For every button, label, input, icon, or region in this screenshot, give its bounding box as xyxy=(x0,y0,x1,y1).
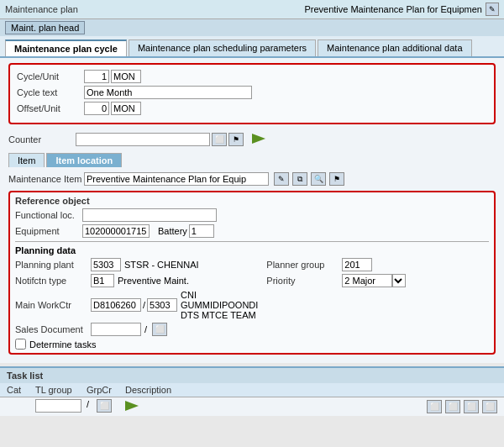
maint-flag-icon[interactable]: ⚑ xyxy=(329,172,344,186)
col-cat: Cat xyxy=(7,385,30,395)
offset-unit-input[interactable] xyxy=(84,102,109,115)
functional-loc-input[interactable] xyxy=(82,208,217,222)
maintenance-plan-value: Preventive Maintenance Plan for Equipmen xyxy=(304,4,482,14)
cycle-section: Cycle/Unit MON Cycle text Offset/Unit MO… xyxy=(8,63,496,124)
tab-cycle[interactable]: Maintenance plan cycle xyxy=(5,39,127,56)
top-bar-right: Preventive Maintenance Plan for Equipmen… xyxy=(304,3,499,16)
maintenance-item-icons: ✎ ⧉ 🔍 ⚑ xyxy=(272,172,344,186)
sales-doc-icon[interactable]: ⬜ xyxy=(152,323,167,336)
cycle-unit-unit: MON xyxy=(111,70,141,83)
planning-plant-row: Planning plant STSR - CHENNAI xyxy=(15,258,258,271)
cycle-text-label: Cycle text xyxy=(17,87,84,97)
edit-icon[interactable]: ✎ xyxy=(486,3,499,16)
priority-dropdown[interactable]: ▼ xyxy=(392,274,406,287)
determine-tasks-row: Determine tasks xyxy=(15,339,258,350)
tab-item[interactable]: Item xyxy=(8,153,45,167)
ref-obj-title: Reference object xyxy=(15,196,489,206)
planning-plant-name: STSR - CHENNAI xyxy=(124,260,199,270)
priority-label: Priority xyxy=(266,276,342,286)
maintenance-plan-label: Maintenance plan xyxy=(5,4,78,14)
counter-input[interactable] xyxy=(76,133,210,146)
maintenance-item-row: Maintenance Item Preventive Maintenance … xyxy=(8,172,496,186)
item-tabs-row: Item Item location xyxy=(8,153,496,167)
planner-group-label: Planner group xyxy=(266,260,342,270)
equipment-label: Equipment xyxy=(15,226,82,236)
maintenance-item-value: Preventive Maintenance Plan for Equip xyxy=(84,172,269,186)
tab-scheduling[interactable]: Maintenance plan scheduling parameters xyxy=(129,39,316,56)
task-data-row: / ⬜ ⬜ ⬜ ⬜ ⬜ xyxy=(0,397,504,416)
planning-col-right: Planner group Priority ▼ xyxy=(266,258,489,350)
col-tl-group: TL group xyxy=(35,385,81,395)
main-workctr-row: Main WorkCtr / CNI GUMMIDIPOONDI DTS MTC… xyxy=(15,290,258,320)
task-icon-4[interactable]: ⬜ xyxy=(482,400,497,413)
task-row-icons: ⬜ ⬜ ⬜ ⬜ xyxy=(425,399,497,414)
col-grpcr: GrpCr xyxy=(87,385,120,395)
planning-plant-label: Planning plant xyxy=(15,260,91,270)
col-description: Description xyxy=(125,385,226,395)
ref-obj-planning-section: Reference object Functional loc. Equipme… xyxy=(8,191,496,355)
main-workctr-label: Main WorkCtr xyxy=(15,300,91,310)
maint-edit-icon[interactable]: ✎ xyxy=(274,172,289,186)
maintenance-item-label: Maintenance Item xyxy=(8,174,84,184)
cycle-text-row: Cycle text xyxy=(17,86,487,99)
main-content: Cycle/Unit MON Cycle text Offset/Unit MO… xyxy=(0,58,504,363)
task-icon-2[interactable]: ⬜ xyxy=(445,400,460,413)
task-icon-1[interactable]: ⬜ xyxy=(427,400,442,413)
maint-plan-head-button[interactable]: Maint. plan head xyxy=(5,21,85,34)
determine-tasks-checkbox[interactable] xyxy=(15,339,26,350)
notifctn-type-name: Preventive Maint. xyxy=(118,276,189,286)
notifctn-type-label: Notifctn type xyxy=(15,276,91,286)
main-workctr-input2[interactable] xyxy=(147,298,177,312)
offset-unit-row: Offset/Unit MON xyxy=(17,102,487,115)
top-bar: Maintenance plan Preventive Maintenance … xyxy=(0,0,504,19)
cycle-text-input[interactable] xyxy=(84,86,252,99)
counter-row: Counter ⬜ ⚑ xyxy=(8,131,496,148)
main-workctr-name: CNI GUMMIDIPOONDI DTS MTCE TEAM xyxy=(181,290,258,320)
functional-loc-label: Functional loc. xyxy=(15,210,82,220)
nav-bar: Maint. plan head xyxy=(0,19,504,36)
svg-marker-0 xyxy=(252,134,265,144)
green-arrow-icon xyxy=(250,131,267,148)
battery-input[interactable] xyxy=(189,224,214,238)
task-col-headers: Cat TL group GrpCr Description xyxy=(0,383,504,397)
planning-two-col: Planning plant STSR - CHENNAI Notifctn t… xyxy=(15,258,489,350)
notifctn-type-input[interactable] xyxy=(91,274,114,287)
cycle-unit-input[interactable] xyxy=(84,70,109,83)
task-search-icon[interactable]: ⬜ xyxy=(97,399,112,413)
task-cat-cell xyxy=(7,399,30,414)
cycle-unit-row: Cycle/Unit MON xyxy=(17,70,487,83)
svg-marker-1 xyxy=(125,401,139,411)
sales-document-row: Sales Document / ⬜ xyxy=(15,323,258,336)
main-workctr-input1[interactable] xyxy=(91,298,141,312)
cycle-unit-label: Cycle/Unit xyxy=(17,71,84,82)
offset-unit-unit: MON xyxy=(111,102,141,115)
offset-unit-label: Offset/Unit xyxy=(17,103,84,113)
battery-label: Battery xyxy=(158,226,187,236)
notifctn-type-row: Notifctn type Preventive Maint. xyxy=(15,274,258,287)
counter-label: Counter xyxy=(8,134,76,145)
maint-copy-icon[interactable]: ⧉ xyxy=(292,172,307,186)
task-list-title: Task list xyxy=(7,371,43,381)
determine-tasks-label: Determine tasks xyxy=(29,339,96,350)
counter-flag-icon[interactable]: ⚑ xyxy=(228,133,244,146)
maint-search-icon[interactable]: 🔍 xyxy=(311,172,326,186)
equipment-row: Equipment Battery xyxy=(15,224,489,238)
task-icon-3[interactable]: ⬜ xyxy=(464,400,479,413)
task-tl-group-input[interactable] xyxy=(35,399,81,413)
functional-loc-row: Functional loc. xyxy=(15,208,489,222)
equipment-input[interactable] xyxy=(82,224,150,238)
planner-group-input[interactable] xyxy=(342,258,372,271)
sales-document-label: Sales Document xyxy=(15,324,91,334)
tab-item-location[interactable]: Item location xyxy=(46,153,122,167)
main-tabs-row: Maintenance plan cycle Maintenance plan … xyxy=(0,36,504,58)
priority-input[interactable] xyxy=(342,274,392,287)
planning-plant-input[interactable] xyxy=(91,258,121,271)
planning-data-title: Planning data xyxy=(15,245,489,255)
task-list-bar: Task list xyxy=(0,366,504,383)
counter-search-icon[interactable]: ⬜ xyxy=(212,133,227,146)
planning-col-left: Planning plant STSR - CHENNAI Notifctn t… xyxy=(15,258,258,350)
task-arrow-icon xyxy=(123,399,140,414)
sales-document-input[interactable] xyxy=(91,323,141,336)
tab-additional[interactable]: Maintenance plan additional data xyxy=(318,39,471,56)
priority-row: Priority ▼ xyxy=(266,274,489,287)
